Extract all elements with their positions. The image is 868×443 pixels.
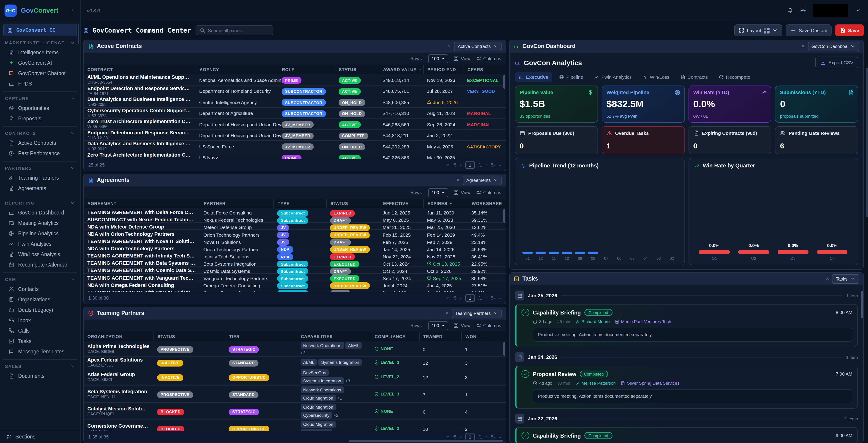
- partner-row[interactable]: Atlas Federal GroupCAGE: X9Z2FINACTIVEOP…: [84, 368, 506, 385]
- task-person[interactable]: Melissa Patterson: [575, 381, 616, 385]
- save-custom-button[interactable]: Save Custom: [786, 25, 832, 36]
- save-button[interactable]: Save: [835, 25, 864, 36]
- contract-row[interactable]: Endpoint Detection and Response Services…: [84, 85, 506, 96]
- column-header-award-value[interactable]: AWARD VALUE: [379, 65, 424, 74]
- partner-row[interactable]: Alpha Prime TechnologiesCAGE: B8DE8PROSP…: [84, 341, 506, 356]
- first-page-button[interactable]: «: [446, 295, 449, 300]
- columns-button[interactable]: Columns: [476, 323, 501, 328]
- govcon-panel-dropdown[interactable]: GovCon Dashboa: [808, 41, 859, 51]
- sidebar-section-header[interactable]: REPORTING: [3, 198, 77, 207]
- sidebar-item-govcon-dashboard[interactable]: GovCon Dashboard: [3, 207, 77, 218]
- sidebar-item-fpds[interactable]: FPDS: [3, 78, 77, 89]
- sidebar-item-meeting-analytics[interactable]: Meeting Analytics: [3, 218, 77, 228]
- current-page-input[interactable]: 1: [465, 433, 475, 441]
- sidebar-item-deals-legacy-[interactable]: Deals (Legacy): [3, 305, 77, 315]
- tab-contracts[interactable]: Contracts: [676, 72, 712, 82]
- bell-icon[interactable]: [788, 8, 793, 13]
- column-header-agreement[interactable]: AGREEMENT: [84, 199, 200, 208]
- gear-icon[interactable]: [800, 8, 806, 13]
- partner-row[interactable]: Cornerstone Government ServicesCAGE: 31P…: [84, 420, 506, 431]
- column-header-tier[interactable]: TIER: [225, 332, 297, 341]
- fwd-5-pages-button[interactable]: 5›: [491, 162, 495, 167]
- column-header-partner[interactable]: PARTNER: [200, 199, 274, 208]
- contracts-scrollbar[interactable]: [503, 75, 505, 89]
- partners-scrollbar[interactable]: [503, 342, 505, 356]
- column-header-teamed[interactable]: TEAMED: [419, 332, 461, 341]
- contract-row[interactable]: Data Analytics and Business Intelligence…: [84, 96, 506, 107]
- current-page-input[interactable]: 1: [465, 294, 475, 302]
- task-card[interactable]: Capability BriefingCompleted8:00 AM3d ag…: [515, 304, 858, 347]
- close-icon[interactable]: ×: [456, 177, 460, 183]
- columns-button[interactable]: Columns: [476, 190, 501, 195]
- tab-win-loss[interactable]: Win/Loss: [639, 72, 673, 82]
- chevron-down-icon[interactable]: [856, 8, 861, 13]
- sidebar-item-active-contracts[interactable]: Active Contracts: [3, 137, 77, 148]
- contract-row[interactable]: Zero Trust Architecture Implementation C…: [84, 152, 506, 159]
- fwd-5-pages-button[interactable]: 5›: [491, 295, 495, 300]
- agreement-row[interactable]: TEAMING AGREEMENT with Beta Systems Inte…: [84, 259, 506, 266]
- partners-horizontal-scrollbar[interactable]: [349, 440, 503, 442]
- close-icon[interactable]: ×: [826, 276, 829, 282]
- agreements-scrollbar[interactable]: [503, 209, 505, 223]
- sidebar-item-govconvert-cc[interactable]: GovConvert CC: [3, 24, 77, 36]
- column-header-won[interactable]: WON: [461, 332, 506, 341]
- tab-recompete[interactable]: Recompete: [715, 72, 754, 82]
- column-header-period-end[interactable]: PERIOD END: [423, 65, 463, 74]
- sidebar-section-header[interactable]: SALES: [3, 361, 77, 371]
- next-page-button[interactable]: ›: [486, 162, 487, 167]
- last-page-button[interactable]: »: [499, 295, 501, 300]
- sidebar-item-message-templates[interactable]: Message Templates: [3, 346, 77, 356]
- prev-page-button[interactable]: ‹: [460, 434, 462, 439]
- agreement-row[interactable]: NDA with Orion Technology PartnersOrion …: [84, 230, 506, 238]
- sidebar-item-intelligence-items[interactable]: Intelligence Items: [3, 47, 77, 58]
- sidebar-item-pipeline-analytics[interactable]: Pipeline Analytics: [3, 228, 77, 239]
- export-csv-button[interactable]: Export CSV: [815, 57, 858, 68]
- agreement-row[interactable]: NDA with Meteor Defense GroupMeteor Defe…: [84, 223, 506, 230]
- sidebar-collapse-icon[interactable]: [70, 8, 75, 13]
- sidebar-section-header[interactable]: CONTRACTS: [3, 128, 77, 137]
- columns-button[interactable]: Columns: [476, 56, 501, 61]
- sidebar-item-govconvert-chatbot[interactable]: GovConvert Chatbot: [3, 68, 77, 78]
- sidebar-item-win-loss-analysis[interactable]: Win/Loss Analysis: [3, 249, 77, 259]
- sidebar-item-documents[interactable]: Documents: [3, 371, 77, 381]
- column-header-effective[interactable]: EFFECTIVE: [379, 199, 424, 208]
- close-icon[interactable]: ×: [448, 43, 451, 49]
- sidebar-item-opportunities[interactable]: Opportunities: [3, 103, 77, 113]
- avatar[interactable]: [813, 4, 848, 17]
- tasks-scrollbar[interactable]: [861, 291, 863, 318]
- last-page-button[interactable]: »: [499, 434, 501, 439]
- tab-pwin-analytics[interactable]: Pwin Analytics: [590, 72, 636, 82]
- sidebar-item-past-performance[interactable]: Past Performance: [3, 148, 77, 158]
- column-header-expires[interactable]: EXPIRES: [424, 199, 468, 208]
- agreement-row[interactable]: TEAMING AGREEMENT with Cosmic Data Syste…: [84, 266, 506, 274]
- task-card[interactable]: Capability BriefingCompleted9:00 AM: [515, 427, 858, 443]
- task-card[interactable]: Proposal ReviewCompleted7:00 AM4d ago30 …: [515, 366, 858, 409]
- tasks-panel-dropdown[interactable]: Tasks: [832, 274, 859, 284]
- partner-row[interactable]: Beta Systems IntegrationCAGE: NFNLHPROSP…: [84, 385, 506, 403]
- page-scrollbar-thumb[interactable]: [866, 68, 868, 217]
- back-5-pages-button[interactable]: ‹5: [453, 295, 457, 300]
- back-5-pages-button[interactable]: ‹5: [453, 162, 457, 167]
- contract-row[interactable]: Endpoint Detection and Response Services…: [84, 130, 506, 141]
- contract-row[interactable]: Data Analytics and Business Intelligence…: [84, 141, 506, 152]
- partner-row[interactable]: Catalyst Mission SolutionsCAGE: PHQELBLO…: [84, 403, 506, 420]
- back-5-pages-button[interactable]: ‹5: [453, 434, 457, 439]
- sidebar-item-contacts[interactable]: Contacts: [3, 284, 77, 294]
- task-person[interactable]: Richard Moore: [575, 319, 610, 324]
- prev-page-button[interactable]: ‹: [460, 162, 462, 167]
- sidebar-item-pwin-analytics[interactable]: Pwin Analytics: [3, 239, 77, 249]
- rows-per-page-select[interactable]: 100: [429, 54, 448, 63]
- sidebar-scrollbar[interactable]: [78, 24, 79, 44]
- sidebar-item-calls[interactable]: Calls: [3, 325, 77, 336]
- sidebar-item-recompete-calendar[interactable]: Recompete Calendar: [3, 259, 77, 270]
- close-icon[interactable]: ×: [445, 310, 448, 316]
- sidebar-item-teaming-partners[interactable]: Teaming Partners: [3, 172, 77, 183]
- first-page-button[interactable]: «: [446, 162, 449, 167]
- first-page-button[interactable]: «: [446, 434, 449, 439]
- agreement-row[interactable]: TEAMING AGREEMENT with Nova IT Solutions…: [84, 238, 506, 245]
- agreement-row[interactable]: NDA with Orion Technology PartnersOrion …: [84, 245, 506, 252]
- agreement-row[interactable]: TEAMING AGREEMENT with Vanguard Technolo…: [84, 274, 506, 281]
- close-icon[interactable]: ×: [802, 43, 805, 49]
- column-header-contract[interactable]: CONTRACT: [84, 65, 195, 74]
- view-button[interactable]: View: [454, 190, 470, 195]
